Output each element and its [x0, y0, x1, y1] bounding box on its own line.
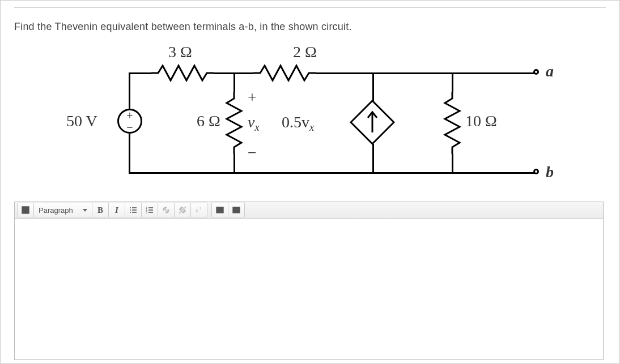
terminal-a — [533, 69, 539, 75]
wire — [372, 144, 374, 173]
svg-text:2: 2 — [199, 207, 202, 210]
wire — [129, 172, 537, 174]
label-r1: 3 Ω — [168, 43, 192, 61]
svg-point-6 — [130, 209, 131, 211]
answer-editor: Paragraph B I 1 2 3 — [14, 202, 604, 360]
wire — [452, 72, 453, 92]
resistor-r1 — [151, 63, 214, 83]
superscript-button[interactable]: x 2 — [190, 203, 207, 217]
resistor-r2 — [224, 92, 244, 154]
card-divider — [14, 7, 606, 8]
remove-link-button[interactable] — [174, 203, 191, 217]
vx-label: vx — [248, 113, 259, 131]
chevron-down-icon — [83, 209, 87, 212]
wire — [233, 72, 235, 92]
resistor-r4 — [443, 92, 462, 154]
circuit-figure: + − — [66, 38, 554, 191]
svg-text:x: x — [196, 208, 198, 213]
source-plus: + — [126, 109, 133, 122]
insert-media-button[interactable] — [228, 203, 245, 217]
svg-point-4 — [130, 207, 131, 208]
terminal-b-label: b — [546, 163, 554, 181]
svg-text:3: 3 — [146, 211, 147, 214]
fullscreen-button[interactable] — [17, 203, 34, 217]
label-r2: 6 Ω — [197, 112, 220, 130]
insert-image-button[interactable] — [211, 203, 228, 217]
unordered-list-button[interactable] — [125, 203, 142, 217]
paragraph-format-dropdown[interactable]: Paragraph — [33, 203, 92, 217]
insert-link-button[interactable] — [158, 203, 175, 217]
wire — [372, 72, 374, 101]
label-r4: 10 Ω — [465, 112, 497, 130]
voltage-source: + − — [117, 109, 142, 134]
wire — [452, 154, 453, 173]
answer-textarea[interactable] — [14, 219, 604, 360]
bold-button[interactable]: B — [92, 203, 109, 217]
italic-button[interactable]: I — [108, 203, 125, 217]
wire — [233, 154, 235, 173]
wire — [129, 72, 130, 110]
wire — [129, 134, 130, 173]
ordered-list-button[interactable]: 1 2 3 — [141, 203, 158, 217]
wire — [129, 72, 151, 74]
label-source: 50 V — [66, 112, 97, 130]
question-text: Find the Thevenin equivalent between ter… — [14, 21, 606, 33]
dependent-source — [350, 100, 395, 145]
resistor-r3 — [253, 63, 316, 83]
terminal-a-label: a — [546, 62, 554, 80]
paragraph-format-label: Paragraph — [39, 206, 73, 215]
terminal-b — [533, 169, 539, 174]
source-minus: − — [126, 121, 133, 134]
dep-source-label: 0.5vx — [282, 113, 314, 131]
svg-point-8 — [130, 212, 131, 213]
editor-toolbar: Paragraph B I 1 2 3 — [14, 202, 604, 219]
svg-rect-3 — [24, 208, 28, 212]
vx-plus: + — [248, 88, 257, 106]
vx-minus: − — [248, 144, 257, 162]
wire — [316, 72, 537, 74]
label-r3: 2 Ω — [293, 43, 317, 61]
